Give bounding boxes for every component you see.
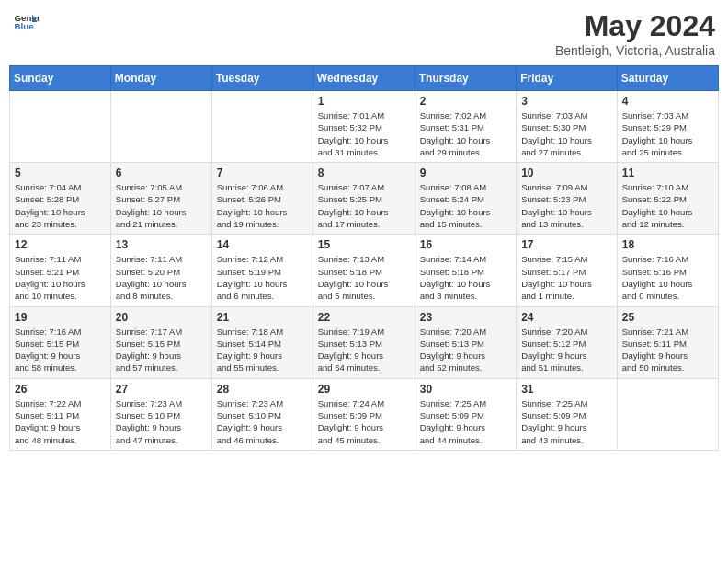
day-info: Sunrise: 7:14 AM Sunset: 5:18 PM Dayligh… [420, 253, 511, 302]
day-cell: 11Sunrise: 7:10 AM Sunset: 5:22 PM Dayli… [617, 163, 718, 235]
day-number: 30 [420, 383, 511, 396]
day-number: 19 [15, 311, 106, 324]
month-title: May 2024 [555, 9, 715, 43]
day-cell: 18Sunrise: 7:16 AM Sunset: 5:16 PM Dayli… [617, 235, 718, 306]
day-info: Sunrise: 7:08 AM Sunset: 5:24 PM Dayligh… [420, 181, 511, 230]
day-number: 2 [420, 95, 511, 108]
week-row-1: 1Sunrise: 7:01 AM Sunset: 5:32 PM Daylig… [10, 91, 719, 163]
day-cell [10, 91, 111, 163]
location-title: Bentleigh, Victoria, Australia [555, 43, 715, 58]
day-cell: 2Sunrise: 7:02 AM Sunset: 5:31 PM Daylig… [415, 91, 516, 163]
day-info: Sunrise: 7:11 AM Sunset: 5:21 PM Dayligh… [15, 253, 106, 302]
day-info: Sunrise: 7:22 AM Sunset: 5:11 PM Dayligh… [15, 397, 106, 446]
day-cell [617, 378, 718, 450]
day-cell: 8Sunrise: 7:07 AM Sunset: 5:25 PM Daylig… [313, 163, 415, 235]
day-cell: 26Sunrise: 7:22 AM Sunset: 5:11 PM Dayli… [10, 378, 111, 450]
day-number: 16 [420, 238, 511, 251]
day-cell: 31Sunrise: 7:25 AM Sunset: 5:09 PM Dayli… [517, 378, 618, 450]
day-info: Sunrise: 7:21 AM Sunset: 5:11 PM Dayligh… [622, 326, 713, 374]
day-number: 23 [420, 311, 511, 324]
day-cell: 30Sunrise: 7:25 AM Sunset: 5:09 PM Dayli… [415, 378, 516, 450]
day-info: Sunrise: 7:13 AM Sunset: 5:18 PM Dayligh… [318, 253, 410, 302]
weekday-header-thursday: Thursday [415, 66, 516, 91]
week-row-4: 19Sunrise: 7:16 AM Sunset: 5:15 PM Dayli… [10, 306, 719, 378]
day-info: Sunrise: 7:09 AM Sunset: 5:23 PM Dayligh… [521, 181, 612, 230]
day-number: 25 [622, 311, 713, 324]
day-cell: 27Sunrise: 7:23 AM Sunset: 5:10 PM Dayli… [110, 378, 211, 450]
day-info: Sunrise: 7:11 AM Sunset: 5:20 PM Dayligh… [116, 253, 207, 302]
day-cell: 19Sunrise: 7:16 AM Sunset: 5:15 PM Dayli… [10, 306, 111, 378]
svg-text:Blue: Blue [14, 21, 34, 31]
day-cell: 28Sunrise: 7:23 AM Sunset: 5:10 PM Dayli… [211, 378, 313, 450]
day-info: Sunrise: 7:01 AM Sunset: 5:32 PM Dayligh… [318, 109, 410, 158]
day-cell: 7Sunrise: 7:06 AM Sunset: 5:26 PM Daylig… [211, 163, 313, 235]
day-cell: 29Sunrise: 7:24 AM Sunset: 5:09 PM Dayli… [313, 378, 415, 450]
day-cell [110, 91, 211, 163]
day-number: 3 [521, 95, 612, 108]
day-number: 8 [318, 167, 410, 179]
day-cell: 17Sunrise: 7:15 AM Sunset: 5:17 PM Dayli… [517, 235, 618, 306]
day-info: Sunrise: 7:24 AM Sunset: 5:09 PM Dayligh… [318, 397, 410, 446]
calendar-table: SundayMondayTuesdayWednesdayThursdayFrid… [9, 65, 719, 451]
calendar-header: SundayMondayTuesdayWednesdayThursdayFrid… [10, 66, 719, 91]
day-info: Sunrise: 7:05 AM Sunset: 5:27 PM Dayligh… [116, 181, 207, 230]
day-number: 21 [217, 311, 308, 324]
day-info: Sunrise: 7:06 AM Sunset: 5:26 PM Dayligh… [217, 181, 308, 230]
day-cell: 25Sunrise: 7:21 AM Sunset: 5:11 PM Dayli… [617, 306, 718, 378]
day-cell: 9Sunrise: 7:08 AM Sunset: 5:24 PM Daylig… [415, 163, 516, 235]
day-number: 17 [521, 238, 612, 251]
day-number: 20 [116, 311, 207, 324]
day-cell: 16Sunrise: 7:14 AM Sunset: 5:18 PM Dayli… [415, 235, 516, 306]
day-number: 12 [15, 238, 106, 251]
day-cell: 20Sunrise: 7:17 AM Sunset: 5:15 PM Dayli… [110, 306, 211, 378]
calendar-body: 1Sunrise: 7:01 AM Sunset: 5:32 PM Daylig… [10, 91, 719, 451]
day-number: 29 [318, 383, 410, 396]
day-info: Sunrise: 7:18 AM Sunset: 5:14 PM Dayligh… [217, 326, 308, 374]
day-info: Sunrise: 7:25 AM Sunset: 5:09 PM Dayligh… [521, 397, 612, 446]
day-info: Sunrise: 7:25 AM Sunset: 5:09 PM Dayligh… [420, 397, 511, 446]
day-info: Sunrise: 7:17 AM Sunset: 5:15 PM Dayligh… [116, 326, 207, 374]
day-info: Sunrise: 7:23 AM Sunset: 5:10 PM Dayligh… [116, 397, 207, 446]
day-cell: 24Sunrise: 7:20 AM Sunset: 5:12 PM Dayli… [517, 306, 618, 378]
day-info: Sunrise: 7:10 AM Sunset: 5:22 PM Dayligh… [622, 181, 713, 230]
day-number: 10 [521, 167, 612, 179]
day-number: 11 [622, 167, 713, 179]
weekday-header-friday: Friday [517, 66, 618, 91]
week-row-2: 5Sunrise: 7:04 AM Sunset: 5:28 PM Daylig… [10, 163, 719, 235]
day-number: 26 [15, 383, 106, 396]
day-number: 13 [116, 238, 207, 251]
day-cell: 22Sunrise: 7:19 AM Sunset: 5:13 PM Dayli… [313, 306, 415, 378]
day-info: Sunrise: 7:15 AM Sunset: 5:17 PM Dayligh… [521, 253, 612, 302]
day-number: 5 [15, 167, 106, 179]
day-info: Sunrise: 7:04 AM Sunset: 5:28 PM Dayligh… [15, 181, 106, 230]
week-row-3: 12Sunrise: 7:11 AM Sunset: 5:21 PM Dayli… [10, 235, 719, 306]
day-number: 9 [420, 167, 511, 179]
day-info: Sunrise: 7:03 AM Sunset: 5:30 PM Dayligh… [521, 109, 612, 158]
weekday-header-sunday: Sunday [10, 66, 111, 91]
day-number: 27 [116, 383, 207, 396]
day-number: 24 [521, 311, 612, 324]
day-info: Sunrise: 7:20 AM Sunset: 5:12 PM Dayligh… [521, 326, 612, 374]
day-number: 22 [318, 311, 410, 324]
day-number: 1 [318, 95, 410, 108]
day-number: 4 [622, 95, 713, 108]
weekday-header-wednesday: Wednesday [313, 66, 415, 91]
day-number: 31 [521, 383, 612, 396]
day-info: Sunrise: 7:03 AM Sunset: 5:29 PM Dayligh… [622, 109, 713, 158]
logo-icon: General Blue [13, 9, 39, 35]
day-info: Sunrise: 7:23 AM Sunset: 5:10 PM Dayligh… [217, 397, 308, 446]
title-area: May 2024 Bentleigh, Victoria, Australia [555, 9, 715, 58]
page-header: General Blue May 2024 Bentleigh, Victori… [9, 9, 719, 58]
day-cell: 13Sunrise: 7:11 AM Sunset: 5:20 PM Dayli… [110, 235, 211, 306]
day-cell [211, 91, 313, 163]
day-cell: 1Sunrise: 7:01 AM Sunset: 5:32 PM Daylig… [313, 91, 415, 163]
day-cell: 23Sunrise: 7:20 AM Sunset: 5:13 PM Dayli… [415, 306, 516, 378]
day-cell: 5Sunrise: 7:04 AM Sunset: 5:28 PM Daylig… [10, 163, 111, 235]
day-cell: 6Sunrise: 7:05 AM Sunset: 5:27 PM Daylig… [110, 163, 211, 235]
day-cell: 10Sunrise: 7:09 AM Sunset: 5:23 PM Dayli… [517, 163, 618, 235]
weekday-row: SundayMondayTuesdayWednesdayThursdayFrid… [10, 66, 719, 91]
day-number: 14 [217, 238, 308, 251]
weekday-header-tuesday: Tuesday [211, 66, 313, 91]
weekday-header-saturday: Saturday [617, 66, 718, 91]
day-number: 7 [217, 167, 308, 179]
